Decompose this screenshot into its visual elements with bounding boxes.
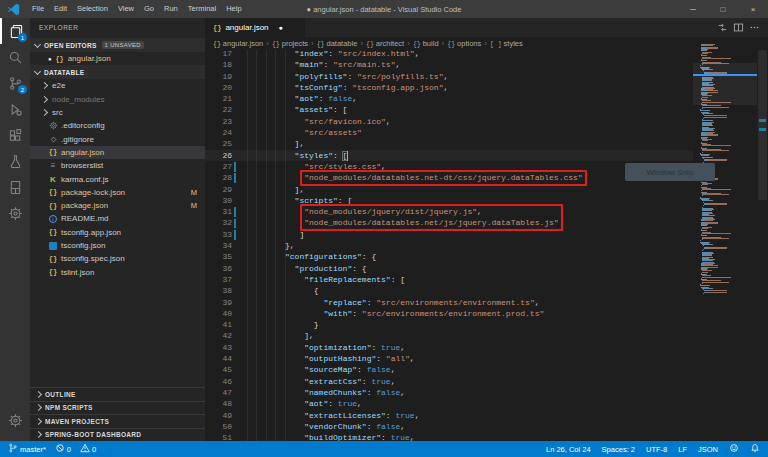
code-line-51[interactable]: 51 "buildOptimizer": true,: [205, 432, 693, 441]
section-spring-boot-dashboard[interactable]: SPRING-BOOT DASHBOARD: [30, 428, 205, 442]
code-line-36[interactable]: 36 "production": {: [205, 263, 693, 274]
code-line-44[interactable]: 44 "outputHashing": "all",: [205, 353, 693, 364]
code-line-38[interactable]: 38 {: [205, 285, 693, 296]
status-language[interactable]: JSON: [698, 445, 718, 454]
code-line-42[interactable]: 42 ],: [205, 330, 693, 341]
open-changes-icon[interactable]: [717, 19, 728, 37]
line-text: "tsConfig": "tsconfig.app.json",: [237, 82, 448, 93]
status-errors[interactable]: 0: [55, 443, 71, 455]
status-git-branch[interactable]: master*: [8, 443, 46, 455]
section-label: OUTLINE: [45, 391, 76, 398]
explorer-icon[interactable]: 1: [0, 18, 30, 44]
manage-icon[interactable]: [0, 407, 30, 433]
minimize-button[interactable]: ─: [678, 0, 708, 18]
code-line-39[interactable]: 39 "replace": "src/environments/environm…: [205, 297, 693, 308]
code-line-23[interactable]: 23 "src/favicon.ico",: [205, 116, 693, 127]
code-line-25[interactable]: 25 ],: [205, 138, 693, 149]
minimap-viewport[interactable]: [693, 63, 757, 105]
code-line-49[interactable]: 49 "extractLicenses": true,: [205, 410, 693, 421]
status-notifications[interactable]: [750, 443, 760, 455]
code-line-41[interactable]: 41 }: [205, 319, 693, 330]
code-line-50[interactable]: 50 "vendorChunk": false,: [205, 421, 693, 432]
file-row-browserslist[interactable]: ≡browserslist: [30, 159, 205, 172]
code-line-19[interactable]: 19 "polyfills": "src/polyfills.ts",: [205, 71, 693, 82]
test-explorer-icon[interactable]: [0, 148, 30, 174]
code-line-47[interactable]: 47 "namedChunks": false,: [205, 387, 693, 398]
file-row-tslint.json[interactable]: {}tslint.json: [30, 265, 205, 278]
file-row-package-lock.json[interactable]: {}package-lock.jsonM: [30, 186, 205, 199]
code-line-22[interactable]: 22 "assets": [: [205, 104, 693, 115]
breadcrumb-architect[interactable]: {}architect: [366, 39, 404, 48]
code-line-46[interactable]: 46 "extractCss": true,: [205, 376, 693, 387]
file-row-package.json[interactable]: {}package.jsonM: [30, 199, 205, 212]
file-row-node_modules[interactable]: node_modules: [30, 93, 205, 106]
breadcrumb-angular.json[interactable]: {}angular.json: [213, 39, 263, 48]
close-button[interactable]: ×: [738, 0, 768, 18]
run-debug-icon[interactable]: [0, 96, 30, 122]
code-line-20[interactable]: 20 "tsConfig": "tsconfig.app.json",: [205, 82, 693, 93]
code-line-21[interactable]: 21 "aot": false,: [205, 93, 693, 104]
code-line-35[interactable]: 35 "configurations": {: [205, 251, 693, 262]
file-row-tsconfig.spec.json[interactable]: {}tsconfig.spec.json: [30, 252, 205, 265]
code-line-37[interactable]: 37 "fileReplacements": [: [205, 274, 693, 285]
file-row-angular.json[interactable]: {}angular.json: [30, 146, 205, 159]
status-encoding[interactable]: UTF-8: [646, 445, 667, 454]
code-line-18[interactable]: 18 "main": "src/main.ts",: [205, 59, 693, 70]
menu-terminal[interactable]: Terminal: [183, 0, 221, 18]
breadcrumb-options[interactable]: {}options: [447, 39, 481, 48]
file-row-karma.conf.js[interactable]: Kkarma.conf.js: [30, 172, 205, 185]
section-npm-scripts[interactable]: NPM SCRIPTS: [30, 401, 205, 415]
code-line-24[interactable]: 24 "src/assets": [205, 127, 693, 138]
menu-go[interactable]: Go: [139, 0, 159, 18]
maximize-button[interactable]: □: [708, 0, 738, 18]
scrollbar[interactable]: [758, 50, 767, 200]
file-row-.gitignore[interactable]: .gitignore: [30, 132, 205, 145]
source-control-icon[interactable]: 2: [0, 70, 30, 96]
status-feedback[interactable]: [729, 443, 739, 455]
code-line-17[interactable]: 17 "index": "src/index.html",: [205, 50, 693, 59]
status-line-col[interactable]: Ln 26, Col 24: [546, 445, 591, 454]
split-editor-icon[interactable]: [733, 19, 744, 37]
code-line-26[interactable]: 26 "styles": [: [205, 150, 693, 161]
code-editor[interactable]: 17 "index": "src/index.html",18 "main": …: [205, 50, 693, 441]
code-line-45[interactable]: 45 "sourceMap": false,: [205, 364, 693, 375]
breadcrumb-projects[interactable]: {}projects: [272, 39, 308, 48]
breadcrumb-separator: ›: [407, 39, 410, 48]
menu-help[interactable]: Help: [221, 0, 246, 18]
code-line-48[interactable]: 48 "aot": true,: [205, 398, 693, 409]
file-row-tsconfig.app.json[interactable]: {}tsconfig.app.json: [30, 226, 205, 239]
chevron-right-icon: [35, 418, 42, 425]
chevron-right-icon: [41, 96, 48, 103]
breadcrumb-build[interactable]: {}build: [413, 39, 439, 48]
notebook-icon[interactable]: [0, 174, 30, 200]
code-line-43[interactable]: 43 "optimization": true,: [205, 342, 693, 353]
code-line-34[interactable]: 34 },: [205, 240, 693, 251]
search-icon[interactable]: [0, 44, 30, 70]
section-outline[interactable]: OUTLINE: [30, 387, 205, 401]
status-eol[interactable]: LF: [678, 445, 687, 454]
menu-view[interactable]: View: [113, 0, 139, 18]
extension-gear-icon[interactable]: [0, 200, 30, 226]
extensions-icon[interactable]: [0, 122, 30, 148]
file-row-tsconfig.json[interactable]: tsconfig.json: [30, 239, 205, 252]
menu-edit[interactable]: Edit: [49, 0, 72, 18]
breadcrumb-datatable[interactable]: {}datatable: [317, 39, 358, 48]
project-header[interactable]: DATATABLE: [30, 65, 205, 79]
file-row-.editorconfig[interactable]: .editorconfig: [30, 119, 205, 132]
file-row-src[interactable]: src: [30, 106, 205, 119]
open-editors-header[interactable]: OPEN EDITORS 1 UNSAVED: [30, 38, 205, 52]
tab-angular-json[interactable]: {} angular.json ●: [205, 18, 305, 37]
status-warnings[interactable]: 0: [80, 443, 96, 455]
menu-file[interactable]: File: [27, 0, 49, 18]
gearfile-icon: [48, 121, 58, 130]
breadcrumb-styles[interactable]: [ ]styles: [490, 39, 523, 48]
menu-selection[interactable]: Selection: [72, 0, 113, 18]
code-line-40[interactable]: 40 "with": "src/environments/environment…: [205, 308, 693, 319]
status-indentation[interactable]: Spaces: 2: [602, 445, 635, 454]
file-row-e2e[interactable]: e2e: [30, 79, 205, 92]
open-editor-angular.json[interactable]: ●{}angular.json: [30, 52, 205, 65]
file-row-README.md[interactable]: iREADME.md: [30, 212, 205, 225]
activity-bar: 12: [0, 18, 30, 441]
section-maven-projects[interactable]: MAVEN PROJECTS: [30, 414, 205, 428]
menu-run[interactable]: Run: [159, 0, 183, 18]
